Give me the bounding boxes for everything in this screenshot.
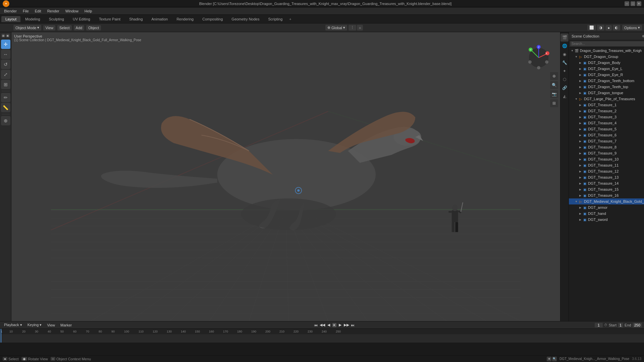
tree-armor[interactable]: ▶ ▣ DGT_armor 👁 📷 — [569, 204, 644, 210]
tl-view-menu[interactable]: View — [45, 323, 57, 327]
tool-icon-2[interactable]: ▣ — [6, 34, 10, 38]
tab-texture-paint[interactable]: Texture Paint — [95, 16, 124, 22]
tree-scene-collection[interactable]: ▼ 🎬 Dragon_Guarding_Treasures_with_Knigh… — [569, 48, 644, 54]
start-frame[interactable]: 1 — [618, 323, 623, 327]
add-menu[interactable]: Add — [74, 25, 85, 31]
snap-toggle[interactable]: ⋮ — [348, 25, 356, 31]
transform-global[interactable]: ⊕ Global ▾ — [325, 25, 347, 31]
tree-t12[interactable]: ▶ ▣ DGT_Treasure_12 👁 📷 — [569, 168, 644, 174]
tree-knight-group[interactable]: ▼ ▷ DGT_Medieval_Knight_Black_Gold_I 👁 📷 — [569, 198, 644, 204]
tree-t5[interactable]: ▶ ▣ DGT_Treasure_5 👁 📷 — [569, 126, 644, 132]
keying-menu[interactable]: Keying ▾ — [25, 322, 44, 327]
jump-to-end[interactable]: ⏭ — [350, 322, 356, 328]
tab-compositing[interactable]: Compositing — [198, 16, 227, 22]
tab-layout[interactable]: Layout — [1, 16, 20, 22]
tab-geometry-nodes[interactable]: Geometry Nodes — [227, 16, 263, 22]
menu-help[interactable]: Help — [82, 8, 95, 14]
tool-measure[interactable]: 📏 — [1, 103, 10, 112]
timeline-ruler-area[interactable]: 1 10 20 30 40 50 60 70 80 90 100 110 120… — [0, 329, 644, 343]
current-frame-display[interactable]: 1 — [595, 323, 603, 327]
playback-menu[interactable]: Playback ▾ — [2, 322, 24, 327]
tree-t7[interactable]: ▶ ▣ DGT_Treasure_7 👁 📷 — [569, 138, 644, 144]
options-button[interactable]: Options ▾ — [622, 25, 642, 31]
tree-t9[interactable]: ▶ ▣ DGT_Treasure_9 👁 📷 — [569, 150, 644, 156]
menu-window[interactable]: Window — [63, 8, 81, 14]
tree-t8[interactable]: ▶ ▣ DGT_Treasure_8 👁 📷 — [569, 144, 644, 150]
zoom-in[interactable]: 🔍 — [550, 81, 558, 89]
object-mode-dropdown[interactable]: Object Mode ▾ — [13, 25, 41, 31]
expand-body[interactable]: ▶ — [578, 61, 582, 65]
status-search-icon[interactable]: 🔍 — [552, 357, 557, 361]
viewport-3d[interactable]: User Perspective (1) Scene Collection | … — [11, 32, 560, 321]
viewport-shading-solid[interactable]: ◑ — [597, 25, 604, 31]
tool-add[interactable]: ⊕ — [1, 116, 10, 125]
tree-dragon-tongue[interactable]: ▶ ▣ DGT_Dragon_tongue 👁 📷 — [569, 90, 644, 96]
tree-t11[interactable]: ▶ ▣ DGT_Treasure_11 👁 📷 — [569, 162, 644, 168]
minimize-button[interactable]: ─ — [625, 1, 629, 6]
tree-t1[interactable]: ▶ ▣ DGT_Treasure_1 👁 📷 — [569, 102, 644, 108]
tl-marker-menu[interactable]: Marker — [58, 323, 74, 327]
tab-rendering[interactable]: Rendering — [172, 16, 198, 22]
tree-t4[interactable]: ▶ ▣ DGT_Treasure_4 👁 📷 — [569, 120, 644, 126]
tree-dragon-teeth-bot[interactable]: ▶ ▣ DGT_Dragon_Teeth_bottom 👁 📷 — [569, 78, 644, 84]
tree-dragon-eye-r[interactable]: ▶ ▣ DGT_Dragon_Eye_R 👁 📷 — [569, 72, 644, 78]
tree-t14[interactable]: ▶ ▣ DGT_Treasure_14 👁 📷 — [569, 180, 644, 186]
tree-t3[interactable]: ▶ ▣ DGT_Treasure_3 👁 📷 — [569, 114, 644, 120]
tree-dragon-teeth-top[interactable]: ▶ ▣ DGT_Dragon_Teeth_top 👁 📷 — [569, 84, 644, 90]
menu-edit[interactable]: Edit — [32, 8, 44, 14]
prop-object-icon[interactable]: ◉ — [560, 50, 569, 58]
prop-modifier-icon[interactable]: 🔧 — [560, 59, 569, 67]
expand-dragon[interactable]: ▼ — [574, 55, 578, 59]
view-menu[interactable]: View — [43, 25, 55, 31]
prop-material-icon[interactable]: ◭ — [560, 92, 569, 100]
status-filter-icon[interactable]: ⊕ — [547, 357, 551, 361]
outliner-filter-input[interactable] — [570, 41, 644, 46]
step-forward[interactable]: ▶▶ — [344, 322, 349, 328]
end-frame[interactable]: 250 — [633, 323, 642, 327]
menu-file[interactable]: File — [20, 8, 32, 14]
viewport-shading-rendered[interactable]: ● — [605, 25, 612, 31]
tool-annotate[interactable]: ✏ — [1, 93, 10, 102]
tab-animation[interactable]: Animation — [148, 16, 172, 22]
grid-toggle[interactable]: ⊞ — [550, 99, 558, 107]
prop-scene-icon[interactable]: 🎬 — [560, 34, 569, 42]
tool-rotate[interactable]: ↺ — [1, 60, 10, 69]
select-menu[interactable]: Select — [57, 25, 72, 31]
prop-particles-icon[interactable]: ✦ — [560, 67, 569, 75]
tool-scale[interactable]: ⤢ — [1, 70, 10, 79]
tab-sculpting[interactable]: Sculpting — [45, 16, 68, 22]
maximize-button[interactable]: □ — [631, 1, 635, 6]
tree-dragon-eye-l[interactable]: ▶ ▣ DGT_Dragon_Eye_L 👁 📷 — [569, 66, 644, 72]
tab-uv-editing[interactable]: UV Editing — [69, 16, 94, 22]
menu-blender[interactable]: Blender — [1, 8, 19, 14]
tree-t2[interactable]: ▶ ▣ DGT_Treasure_2 👁 📷 — [569, 108, 644, 114]
tab-modeling[interactable]: Modeling — [21, 16, 44, 22]
tree-t13[interactable]: ▶ ▣ DGT_Treasure_13 👁 📷 — [569, 174, 644, 180]
tab-shading[interactable]: Shading — [125, 16, 147, 22]
viewport-shading-material[interactable]: ◐ — [613, 25, 620, 31]
tool-cursor[interactable]: ✛ — [1, 40, 10, 49]
menu-render[interactable]: Render — [45, 8, 62, 14]
tree-t16[interactable]: ▶ ▣ DGT_Treasure_16 👁 📷 — [569, 192, 644, 198]
tree-t6[interactable]: ▶ ▣ DGT_Treasure_6 👁 📷 — [569, 132, 644, 138]
step-back[interactable]: ◀◀ — [320, 322, 325, 328]
look-through-camera[interactable]: 📷 — [550, 90, 558, 98]
viewport-gizmo[interactable]: X Y Z — [525, 44, 552, 71]
object-menu[interactable]: Object — [86, 25, 101, 31]
tree-treasure-group[interactable]: ▼ ▷ DGT_Large_Pile_of_Treasures 👁 📷 — [569, 96, 644, 102]
prop-constraints-icon[interactable]: 🔗 — [560, 84, 569, 92]
tool-icon-1[interactable]: ▦ — [1, 34, 5, 38]
tool-transform[interactable]: ⊞ — [1, 80, 10, 89]
close-button[interactable]: ✕ — [637, 1, 641, 6]
proportional-edit[interactable]: ○ — [357, 25, 363, 31]
tool-move[interactable]: ↔ — [1, 50, 10, 59]
tab-scripting[interactable]: Scripting — [264, 16, 286, 22]
viewport-shading-wire[interactable]: ⬜ — [587, 25, 596, 31]
playhead[interactable] — [1, 329, 1, 334]
tree-hand[interactable]: ▶ ▣ DGT_hand 👁 📷 — [569, 210, 644, 217]
jump-to-start[interactable]: ⏮ — [313, 322, 319, 328]
play-forward[interactable]: ▶ — [337, 322, 343, 328]
add-workspace-button[interactable]: + — [287, 16, 293, 22]
prop-world-icon[interactable]: 🌐 — [560, 42, 569, 50]
tree-sword[interactable]: ▶ ▣ DGT_sword 👁 📷 — [569, 217, 644, 223]
